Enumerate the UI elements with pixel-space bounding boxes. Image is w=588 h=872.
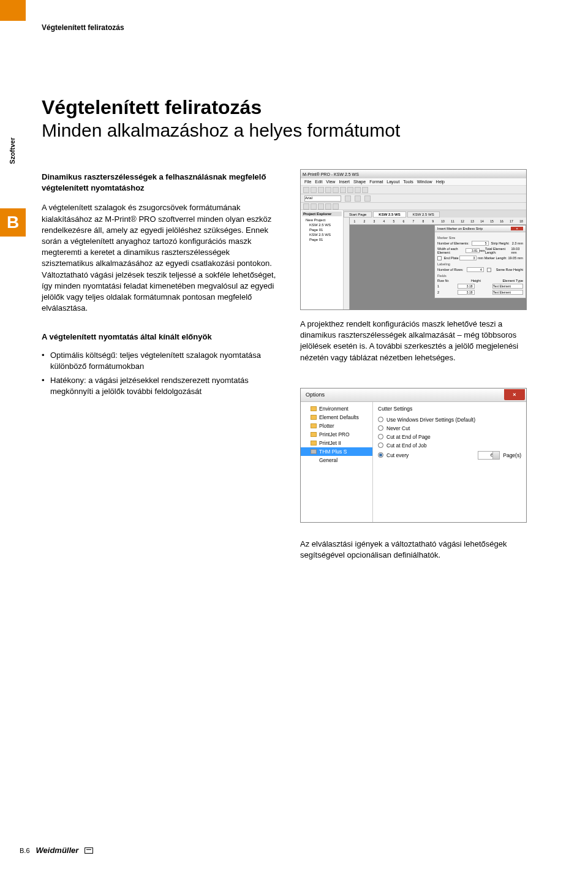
ruler-tick: 13 [467, 219, 477, 223]
radio-option[interactable]: Cut every 6 Page(s) [378, 451, 521, 460]
panel-title: Cutter Settings [378, 406, 521, 412]
tree-item[interactable]: KSW 2.5 WS [302, 222, 342, 227]
width-input[interactable]: 3.81 [466, 248, 480, 253]
bold-icon[interactable] [345, 195, 351, 202]
menu-item[interactable]: View [326, 180, 335, 184]
field-label: End Plate [444, 256, 459, 260]
field-label: Width of each Element: [437, 247, 466, 254]
undo-icon[interactable] [355, 187, 361, 193]
radio-icon[interactable] [378, 417, 383, 422]
tree-item[interactable]: Page 01 [302, 237, 342, 242]
project-explorer: Project Explorer New Project KSW 2.5 WS … [301, 210, 344, 309]
cutter-settings-panel: Cutter Settings Use Windows Driver Setti… [373, 402, 526, 522]
body-right-column: M-Print® PRO - KSW 2.5 WS File Edit View… [300, 169, 527, 561]
new-icon[interactable] [303, 187, 309, 193]
tool-icon[interactable] [325, 203, 331, 210]
radio-icon[interactable] [378, 452, 383, 458]
italic-icon[interactable] [355, 195, 361, 202]
tool-icon[interactable] [311, 203, 317, 210]
canvas[interactable]: Insert Marker on Endless Strip × Marker … [350, 225, 526, 309]
running-header: Végtelenített feliratozás [42, 23, 124, 32]
ruler-tick: 10 [438, 219, 448, 223]
menu-item[interactable]: Edit [315, 180, 322, 184]
page-title: Végtelenített feliratozás [42, 97, 400, 118]
page-footer: B.6 Weidmüller [20, 846, 93, 855]
section-letter: B [0, 208, 26, 237]
tree-item[interactable]: KSW 2.5 WS [302, 232, 342, 237]
col-header: Height [471, 279, 481, 282]
ruler-tick: 8 [418, 219, 428, 223]
element-type-select[interactable]: Text Element [492, 284, 523, 289]
save-icon[interactable] [318, 187, 324, 193]
tree-item[interactable]: New Project [302, 218, 342, 222]
tree-item-general[interactable]: General [301, 456, 372, 464]
folder-icon [311, 423, 317, 428]
radio-option[interactable]: Never Cut [378, 425, 521, 431]
num-elements-input[interactable]: 5 [472, 241, 489, 246]
tree-item[interactable]: Page 01 [302, 227, 342, 232]
menu-item[interactable]: Shape [353, 180, 366, 184]
menu-item[interactable]: File [304, 180, 311, 184]
redo-icon[interactable] [362, 187, 368, 193]
tree-item-printjet-pro[interactable]: PrintJet PRO [301, 430, 372, 439]
tool-icon[interactable] [333, 203, 339, 210]
sidebar-label: Szoftver [9, 132, 16, 169]
print-icon[interactable] [325, 187, 331, 193]
window-title: M-Print® PRO - KSW 2.5 WS [303, 172, 359, 176]
radio-option[interactable]: Cut at End of Page [378, 434, 521, 440]
num-rows-input[interactable]: 4 [467, 267, 484, 272]
ruler-tick: 2 [360, 219, 369, 223]
pages-spinner[interactable]: 6 [478, 451, 500, 460]
close-icon[interactable]: × [511, 227, 523, 230]
section-label: Labeling [437, 262, 523, 266]
ruler-tick: 5 [389, 219, 399, 223]
tree-item-plotter[interactable]: Plotter [301, 422, 372, 430]
printer-icon [311, 449, 317, 454]
menu-item[interactable]: Format [369, 180, 383, 184]
tree-item-element-defaults[interactable]: Element Defaults [301, 413, 372, 422]
ruler-tick: 4 [379, 219, 389, 223]
same-row-checkbox[interactable] [487, 268, 491, 272]
end-plate-input[interactable]: 3 [459, 256, 477, 260]
tree-item-thm-plus-s[interactable]: THM Plus S [301, 447, 372, 456]
radio-option[interactable]: Cut at End of Job [378, 442, 521, 449]
paste-icon[interactable] [347, 187, 353, 193]
height-input[interactable]: 3.18 [458, 290, 475, 295]
tool-icon[interactable] [318, 203, 324, 210]
screenshot2-caption: Az elválasztási igények a változtatható … [300, 539, 527, 561]
element-type-select[interactable]: Text Element [492, 290, 523, 295]
menu-item[interactable]: Insert [339, 180, 350, 184]
brand-name: Weidmüller [36, 846, 79, 855]
menu-item[interactable]: Tools [403, 180, 413, 184]
tree-item-printjet-ii[interactable]: PrintJet II [301, 439, 372, 447]
height-input[interactable]: 3.18 [458, 284, 475, 289]
tab-start-page[interactable]: Start Page [344, 211, 372, 218]
window-titlebar: M-Print® PRO - KSW 2.5 WS [301, 170, 526, 178]
tree-item-environment[interactable]: Environment [301, 404, 372, 413]
cell: 1 [437, 284, 439, 288]
end-plate-checkbox[interactable] [437, 256, 442, 260]
menu-item[interactable]: Help [436, 180, 445, 184]
cut-icon[interactable] [333, 187, 339, 193]
field-label: Number of Rows: [437, 268, 464, 271]
radio-icon[interactable] [378, 442, 383, 448]
menu-item[interactable]: Layout [386, 180, 399, 184]
page-number: B.6 [20, 847, 30, 854]
toolbar-tools [301, 203, 526, 210]
underline-icon[interactable] [364, 195, 371, 202]
font-select[interactable]: Arial [304, 195, 341, 202]
value-text: 19.05 mm [508, 256, 522, 260]
folder-icon [311, 441, 317, 445]
menu-item[interactable]: Window [417, 180, 432, 184]
open-icon[interactable] [311, 187, 317, 193]
close-icon[interactable]: × [504, 389, 525, 400]
copy-icon[interactable] [340, 187, 346, 193]
radio-option[interactable]: Use Windows Driver Settings (Default) [378, 417, 521, 423]
ruler-vertical [344, 218, 350, 309]
radio-label: Never Cut [386, 425, 410, 431]
tab-document[interactable]: KSW 2.5 WS [407, 211, 440, 218]
radio-icon[interactable] [378, 434, 383, 439]
radio-icon[interactable] [378, 425, 383, 431]
tab-document[interactable]: KSW 2.5 WS [373, 211, 405, 218]
tool-icon[interactable] [303, 203, 309, 210]
